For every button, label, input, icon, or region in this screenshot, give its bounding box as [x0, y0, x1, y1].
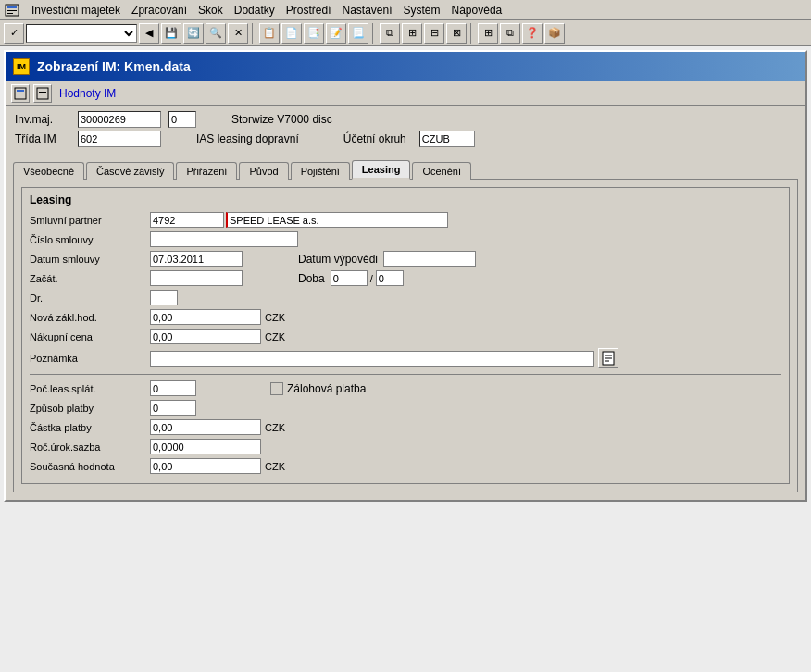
tab-puvod[interactable]: Původ: [239, 162, 288, 180]
toolbar-doc3-btn[interactable]: 📑: [304, 23, 324, 44]
dr-row: Dr.: [30, 290, 781, 305]
zacatek-label: Začát.: [30, 273, 150, 284]
inner-btn2[interactable]: [33, 84, 52, 103]
ucetni-label: Účetní okruh: [343, 132, 406, 145]
menu-prostredi[interactable]: Prostředí: [281, 2, 337, 19]
castka-row: Částka platby CZK: [30, 419, 781, 435]
smluvni-partner-input[interactable]: [150, 212, 224, 228]
toolbar-search-btn[interactable]: 🔍: [206, 23, 226, 44]
ucetni-input[interactable]: [419, 131, 475, 147]
svg-rect-4: [15, 88, 26, 99]
tabs-container: Všeobecně Časově závislý Přiřazení Původ…: [6, 159, 805, 179]
datum-vypovedi-input[interactable]: [383, 251, 476, 267]
separator: [30, 374, 781, 375]
menu-bar: Investiční majetek Zpracování Skok Dodat…: [0, 0, 811, 20]
castka-label: Částka platby: [30, 422, 150, 433]
toolbar: ✓ ◀ 💾 🔄 🔍 ✕ 📋 📄 📑 📝 📃 ⧉ ⊞ ⊟ ⊠ ⊞ ⧉ ❓ 📦: [0, 20, 811, 46]
toolbar-doc5-btn[interactable]: 📃: [348, 23, 368, 44]
toolbar-doc2-btn[interactable]: 📄: [281, 23, 302, 44]
soucasna-label: Současná hodnota: [30, 461, 150, 472]
toolbar-misc-btn[interactable]: 📦: [544, 23, 565, 44]
poc-leas-input[interactable]: [150, 380, 196, 396]
nova-zakl-input[interactable]: [150, 309, 261, 325]
toolbar-help-btn[interactable]: ❓: [522, 23, 543, 44]
toolbar-doc4-btn[interactable]: 📝: [326, 23, 346, 44]
toolbar-ext-btn[interactable]: ⧉: [500, 23, 520, 44]
toolbar-copy4-btn[interactable]: ⊠: [446, 23, 467, 44]
toolbar-check-btn[interactable]: ✓: [4, 23, 24, 44]
trida-input[interactable]: [78, 131, 161, 147]
leasing-title: Leasing: [30, 193, 781, 206]
menu-zpracovani[interactable]: Zpracování: [126, 2, 193, 19]
doba-slash: /: [370, 273, 373, 284]
soucasna-row: Současná hodnota CZK: [30, 458, 781, 474]
sep3: [470, 23, 474, 44]
roc-urok-input[interactable]: [150, 439, 261, 454]
leasing-section: Leasing Smluvní partner Číslo smlouvy Da…: [21, 187, 790, 484]
inner-toolbar-label: Hodnoty IM: [59, 87, 116, 100]
nakupni-unit: CZK: [265, 331, 285, 342]
zacatek-row: Začát. Doba /: [30, 270, 781, 286]
tab-leasing[interactable]: Leasing: [352, 160, 411, 180]
toolbar-copy1-btn[interactable]: ⧉: [380, 23, 400, 44]
nova-zakl-row: Nová zákl.hod. CZK: [30, 309, 781, 325]
cislo-smlouvy-input[interactable]: [150, 231, 298, 247]
sep1: [252, 23, 256, 44]
datum-smlouvy-label: Datum smlouvy: [30, 254, 150, 265]
desc1-text: Storwize V7000 disc: [231, 113, 332, 126]
soucasna-input[interactable]: [150, 458, 261, 474]
roc-urok-label: Roč.úrok.sazba: [30, 442, 150, 453]
menu-nastaveni[interactable]: Nastavení: [336, 2, 397, 19]
header-row1: Inv.maj. Storwize V7000 disc: [15, 111, 796, 128]
doba-input2[interactable]: [376, 270, 404, 286]
poc-leas-row: Poč.leas.splát. Zálohová platba: [30, 380, 781, 396]
inner-btn1[interactable]: [11, 84, 30, 103]
poznamka-input[interactable]: [150, 351, 594, 367]
toolbar-copy2-btn[interactable]: ⊞: [402, 23, 422, 44]
zpusob-row: Způsob platby: [30, 400, 781, 416]
nova-zakl-label: Nová zákl.hod.: [30, 312, 150, 323]
inv-maj-extra-input[interactable]: [168, 111, 196, 128]
poznamka-doc-icon[interactable]: [598, 348, 618, 368]
trida-label: Třída IM: [15, 132, 70, 145]
zacatek-input[interactable]: [150, 270, 243, 286]
nakupni-input[interactable]: [150, 329, 261, 344]
zpusob-input[interactable]: [150, 400, 196, 416]
inv-maj-label: Inv.maj.: [15, 113, 70, 126]
tab-prirazeni[interactable]: Přiřazení: [176, 162, 237, 180]
menu-skok[interactable]: Skok: [193, 2, 229, 19]
tab-casove[interactable]: Časově závislý: [86, 162, 174, 180]
menu-dodatky[interactable]: Dodatky: [229, 2, 281, 19]
castka-input[interactable]: [150, 419, 261, 435]
toolbar-copy3-btn[interactable]: ⊟: [424, 23, 444, 44]
poc-leas-label: Poč.leas.splát.: [30, 383, 150, 394]
inv-maj-input[interactable]: [78, 111, 161, 128]
toolbar-save-btn[interactable]: 💾: [161, 23, 181, 44]
tab-vseobecne[interactable]: Všeobecně: [13, 162, 84, 180]
zalohova-checkbox[interactable]: [270, 382, 283, 395]
form-header: Inv.maj. Storwize V7000 disc Třída IM IA…: [6, 106, 805, 156]
toolbar-grid-btn[interactable]: ⊞: [478, 23, 498, 44]
menu-system[interactable]: Systém: [398, 2, 446, 19]
toolbar-doc1-btn[interactable]: 📋: [259, 23, 280, 44]
window-title-bar: IM Zobrazení IM: Kmen.data: [6, 52, 805, 81]
datum-smlouvy-input[interactable]: [150, 251, 243, 267]
tab-pojisteni[interactable]: Pojištění: [291, 162, 350, 180]
menu-napoveda[interactable]: Nápověda: [446, 2, 508, 19]
toolbar-refresh-btn[interactable]: 🔄: [183, 23, 204, 44]
svg-rect-3: [7, 13, 13, 14]
partner-name-input[interactable]: [226, 212, 448, 228]
datum-row: Datum smlouvy Datum výpovědi: [30, 251, 781, 267]
toolbar-x-btn[interactable]: ✕: [228, 23, 248, 44]
toolbar-combo[interactable]: [26, 24, 137, 43]
nakupni-label: Nákupní cena: [30, 331, 150, 342]
doba-input1[interactable]: [331, 270, 368, 286]
dr-input[interactable]: [150, 290, 178, 305]
menu-investicni[interactable]: Investiční majetek: [26, 2, 126, 19]
toolbar-back-btn[interactable]: ◀: [139, 23, 159, 44]
cislo-smlouvy-row: Číslo smlouvy: [30, 231, 781, 247]
zpusob-label: Způsob platby: [30, 403, 150, 414]
nova-zakl-unit: CZK: [265, 312, 285, 323]
tab-oceneni[interactable]: Ocenění: [412, 162, 471, 180]
soucasna-unit: CZK: [265, 461, 285, 472]
